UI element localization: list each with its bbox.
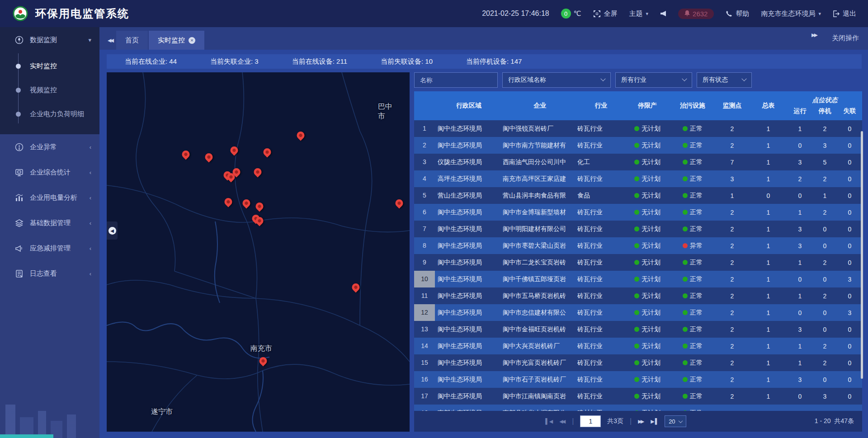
cell-stop: 0 [812,309,837,316]
help-button[interactable]: 帮助 [726,9,749,18]
sidebar-subitem-视频监控[interactable]: 视频监控 [0,78,99,102]
page-number-input[interactable] [580,415,601,427]
industry-select[interactable]: 所有行业 [615,72,692,88]
sidebar-item-企业用电量分析[interactable]: 企业用电量分析‹ [0,185,99,210]
cell-stop: 2 [812,343,837,350]
sidebar-group: 企业综合统计‹ [0,160,99,185]
org-menu[interactable]: 南充市生态环境局 ▾ [761,9,821,18]
prev-page-button[interactable]: ◀◀ [559,419,566,424]
temperature-badge: 0 [561,9,571,19]
alarm-count-badge[interactable]: 2632 [678,9,714,19]
scrollbar[interactable] [861,131,863,379]
tabs-scroll-right-icon[interactable]: ▶▶ [810,32,820,44]
cell-region: 阆中生态环境局 [435,141,503,150]
page-size-value: 20 [669,418,675,425]
sidebar-item-基础数据管理[interactable]: 基础数据管理‹ [0,210,99,235]
cell-facility-label: 正常 [690,376,703,383]
cell-facility-label: 正常 [690,208,703,216]
cell-industry: 砖瓦行业 [577,376,625,384]
cell-run: 3 [788,242,812,250]
cell-region: 仪陇生态环境局 [435,158,503,166]
cell-run: 2 [788,175,812,183]
first-page-button[interactable]: ▌◀ [545,418,553,424]
col-region: 行政区域 [435,102,503,110]
table-row[interactable]: 8阆中生态环境局阆中市枣碧大梁山页岩砖瓦行业无计划异常21300 [414,237,862,254]
table-row[interactable]: 1阆中生态环境局阆中强锐页岩砖厂砖瓦行业无计划正常21120 [414,120,862,137]
sidebar-item-企业综合统计[interactable]: 企业综合统计‹ [0,160,99,185]
alarm-count: 2632 [693,10,708,18]
cell-limit-label: 无计划 [642,141,660,149]
logout-button[interactable]: 退出 [833,9,856,18]
table-row[interactable]: 9阆中生态环境局阆中市二龙长宝页岩砖砖瓦行业无计划正常21120 [414,254,862,271]
cell-run: 1 [788,359,812,367]
range-label: 1 - 20 共47条 [815,417,854,425]
theme-menu[interactable]: 主题 ▾ [629,9,649,18]
sidebar-subitem-企业电力负荷明细[interactable]: 企业电力负荷明细 [0,102,99,126]
sidebar-subitem-实时监控[interactable]: 实时监控 [0,54,99,78]
next-page-button[interactable]: ▶▶ [638,419,644,424]
status-dot-green-icon [683,360,688,365]
bell-icon [684,10,690,18]
status-dot-green-icon [634,226,639,231]
tab-首页[interactable]: 首页 [116,31,148,50]
tabs-scroll-left-icon[interactable]: ◀◀ [106,38,116,50]
table-row[interactable]: 5营山生态环境局营山县润丰肉食品有限食品无计划正常10010 [414,187,862,204]
table-row[interactable]: 16阆中生态环境局阆中市石子页岩机砖厂砖瓦行业无计划正常21300 [414,371,862,388]
sidebar-item-应急减排管理[interactable]: 应急减排管理‹ [0,235,99,261]
table-row[interactable]: 11阆中生态环境局阆中市五马桥页岩机砖砖瓦行业无计划正常21120 [414,287,862,304]
cell-limit-label: 无计划 [642,125,660,132]
map-collapse-button[interactable]: ◀ [107,221,118,240]
chevron-left-icon: ‹ [90,169,91,176]
cell-meters: 1 [749,393,788,400]
cell-industry: 化工 [577,158,625,166]
fullscreen-button[interactable]: 全屏 [593,9,618,18]
cell-region: 阆中生态环境局 [435,342,503,350]
sidebar-item-企业异常[interactable]: 企业异常‹ [0,134,99,160]
table-row[interactable]: 12阆中生态环境局阆中市忠信建材有限公砖瓦行业无计划正常21003 [414,304,862,321]
cell-industry: 砖瓦行业 [577,259,625,267]
close-operations-button[interactable]: 关闭操作 [832,34,859,42]
table-row[interactable]: 7阆中生态环境局阆中明阳建材有限公司砖瓦行业无计划正常21300 [414,221,862,237]
cell-meters: 1 [749,376,788,383]
tab-实时监控[interactable]: 实时监控× [149,31,204,50]
status-select[interactable]: 所有状态 [697,72,752,88]
mute-button[interactable] [660,10,666,17]
sidebar-item-label: 企业综合统计 [30,168,90,177]
cell-facility: 正常 [670,175,715,183]
cell-region: 阆中生态环境局 [435,325,503,334]
main-area: ◀◀ 首页实时监控× ▶▶ 关闭操作 当前在线企业: 44当前失联企业: 3当前… [99,27,868,438]
table-row[interactable]: 14阆中生态环境局阆中大兴页岩机砖厂砖瓦行业无计划正常21120 [414,338,862,354]
sidebar-item-日志查看[interactable]: 日志查看‹ [0,261,99,286]
table-row[interactable]: 4高坪生态环境局南充市高坪区王家店建砖瓦行业无计划正常31220 [414,170,862,187]
name-filter-input[interactable] [414,72,498,88]
table-row[interactable]: 2阆中生态环境局阆中市南方节能建材有砖瓦行业无计划正常21030 [414,137,862,154]
sidebar-group: 企业用电量分析‹ [0,185,99,210]
table-row[interactable]: 6阆中生态环境局阆中市金博瑞新型墙材砖瓦行业无计划正常21120 [414,204,862,221]
table-row[interactable]: 17阆中生态环境局阆中市江南镇阆南页岩砖瓦行业无计划正常21030 [414,388,862,405]
table-row[interactable]: 15阆中生态环境局阆中市光富页岩机砖厂砖瓦行业无计划正常21120 [414,354,862,371]
row-number: 15 [414,354,435,371]
topbar-actions: 2021-02-25 17:46:18 0 ℃ 全屏 主题 ▾ [482,9,856,19]
table-row[interactable]: 18南部生态环境局南部县砖华水泥有限公建材加工无计划正常62060 [414,405,862,411]
status-dot-green-icon [683,143,688,148]
table-row[interactable]: 3仪陇生态环境局西南油气田分公司川中化工无计划正常71350 [414,154,862,170]
cell-points: 2 [715,343,749,350]
sidebar-item-label: 基础数据管理 [30,219,90,227]
table-row[interactable]: 13阆中生态环境局阆中市金福旺页岩机砖砖瓦行业无计划正常21300 [414,321,862,338]
tab-close-icon[interactable]: × [189,37,195,44]
status-dot-green-icon [683,160,688,165]
table-row[interactable]: 10阆中生态环境局阆中千佛镇五郎垭页岩砖瓦行业无计划正常21003 [414,271,862,287]
status-dot-green-icon [634,260,639,265]
page-size-select[interactable]: 20 [665,415,686,427]
cell-meters: 1 [749,226,788,233]
gauge-icon [14,35,24,44]
region-select[interactable]: 行政区域名称 [502,72,611,88]
sidebar-group: 数据监测▾实时监控视频监控企业电力负荷明细 [0,27,99,134]
last-page-button[interactable]: ▶▐ [651,418,658,424]
cell-points: 2 [715,292,749,300]
sidebar-item-数据监测[interactable]: 数据监测▾ [0,27,99,52]
app-header: 环保用电监管系统 2021-02-25 17:46:18 0 ℃ 全屏 主题 [0,0,868,27]
map[interactable]: 巴中市南充市遂宁市 ◀ [107,72,410,432]
sidebar-item-label: 数据监测 [30,36,88,44]
status-dot-green-icon [634,327,639,332]
